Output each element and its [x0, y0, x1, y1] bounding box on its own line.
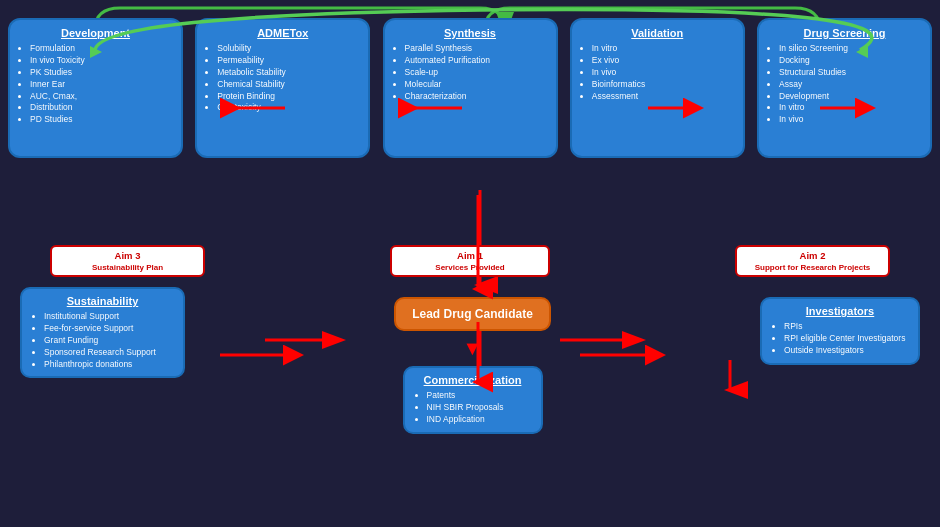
val-item-3: In vivo [592, 67, 735, 79]
sust-item-4: Sponsored Research Support [44, 347, 173, 359]
ds-item-6: In vitro [779, 102, 922, 114]
sustainability-title: Sustainability [32, 295, 173, 307]
synthesis-box: Synthesis Parallel Synthesis Automated P… [383, 18, 558, 158]
sust-item-3: Grant Funding [44, 335, 173, 347]
drug-screening-list: In silico Screening Docking Structural S… [767, 43, 922, 126]
aim1-label: Aim 1 Services Provided [390, 245, 550, 277]
center-column: Lead Drug Candidate ▼ Commercialization … [394, 297, 551, 434]
validation-list: In vitro Ex vivo In vivo Bioinformatics … [580, 43, 735, 102]
val-item-5: Assessment [592, 91, 735, 103]
sust-item-2: Fee-for-service Support [44, 323, 173, 335]
aim-labels-row: Aim 3 Sustainability Plan Aim 1 Services… [0, 245, 940, 281]
aim3-text: Aim 3 [115, 250, 141, 261]
drug-screening-box: Drug Screening In silico Screening Docki… [757, 18, 932, 158]
val-item-4: Bioinformatics [592, 79, 735, 91]
ds-item-4: Assay [779, 79, 922, 91]
lead-drug-box: Lead Drug Candidate [394, 297, 551, 331]
aim1-text: Aim 1 [457, 250, 483, 261]
val-item-2: Ex vivo [592, 55, 735, 67]
synth-item-1: Parallel Synthesis [405, 43, 548, 55]
inner-content: Development Formulation In vivo Toxicity… [0, 0, 940, 527]
ds-item-1: In silico Screening [779, 43, 922, 55]
admetox-box: ADMETox Solubility Permeability Metaboli… [195, 18, 370, 158]
synthesis-title: Synthesis [393, 27, 548, 39]
admetox-item-2: Permeability [217, 55, 360, 67]
aim1-subtitle: Services Provided [435, 263, 504, 272]
bottom-section: Aim 3 Sustainability Plan Aim 1 Services… [0, 245, 940, 527]
val-item-1: In vitro [592, 43, 735, 55]
admetox-item-3: Metabolic Stability [217, 67, 360, 79]
aim2-text: Aim 2 [800, 250, 826, 261]
commercialization-title: Commercialization [415, 374, 531, 386]
validation-box: Validation In vitro Ex vivo In vivo Bioi… [570, 18, 745, 158]
synth-item-3: Scale-up [405, 67, 548, 79]
dev-item-6: Distribution [30, 102, 173, 114]
dev-item-1: Formulation [30, 43, 173, 55]
investigators-title: Investigators [772, 305, 908, 317]
validation-title: Validation [580, 27, 735, 39]
diagram-container: Development Formulation In vivo Toxicity… [0, 0, 940, 527]
admetox-title: ADMETox [205, 27, 360, 39]
aim2-label: Aim 2 Support for Research Projects [735, 245, 890, 277]
inv-item-2: RPI eligible Center Investigators [784, 333, 908, 345]
development-list: Formulation In vivo Toxicity PK Studies … [18, 43, 173, 126]
synth-item-2: Automated Purification [405, 55, 548, 67]
admetox-list: Solubility Permeability Metabolic Stabil… [205, 43, 360, 114]
comm-item-2: NIH SBIR Proposals [427, 402, 531, 414]
sust-item-1: Institutional Support [44, 311, 173, 323]
lead-drug-text: Lead Drug Candidate [412, 307, 533, 321]
inv-item-3: Outside Investigators [784, 345, 908, 357]
synthesis-list: Parallel Synthesis Automated Purificatio… [393, 43, 548, 102]
admetox-item-5: Protein Binding [217, 91, 360, 103]
dev-item-7: PD Studies [30, 114, 173, 126]
admetox-item-6: Cytotoxicity [217, 102, 360, 114]
sustainability-box: Sustainability Institutional Support Fee… [20, 287, 185, 378]
ds-item-7: In vivo [779, 114, 922, 126]
commercialization-box: Commercialization Patents NIH SBIR Propo… [403, 366, 543, 434]
dev-item-4: Inner Ear [30, 79, 173, 91]
aim3-subtitle: Sustainability Plan [92, 263, 163, 272]
drug-screening-title: Drug Screening [767, 27, 922, 39]
development-box: Development Formulation In vivo Toxicity… [8, 18, 183, 158]
ds-item-2: Docking [779, 55, 922, 67]
investigators-box: Investigators RPIs RPI eligible Center I… [760, 297, 920, 365]
sust-item-5: Philanthropic donations [44, 359, 173, 371]
dev-item-2: In vivo Toxicity [30, 55, 173, 67]
aim3-label: Aim 3 Sustainability Plan [50, 245, 205, 277]
admetox-item-4: Chemical Stability [217, 79, 360, 91]
inv-item-1: RPIs [784, 321, 908, 333]
admetox-item-1: Solubility [217, 43, 360, 55]
ds-item-3: Structural Studies [779, 67, 922, 79]
aim2-subtitle: Support for Research Projects [755, 263, 871, 272]
down-arrow-lead: ▼ [463, 337, 483, 360]
comm-item-3: IND Application [427, 414, 531, 426]
ds-item-5: Development [779, 91, 922, 103]
aim2-container: Aim 2 Support for Research Projects [735, 245, 890, 281]
bottom-boxes-row: Sustainability Institutional Support Fee… [0, 287, 940, 434]
dev-item-3: PK Studies [30, 67, 173, 79]
investigators-list: RPIs RPI eligible Center Investigators O… [772, 321, 908, 357]
sustainability-list: Institutional Support Fee-for-service Su… [32, 311, 173, 370]
synth-item-5: Characterization [405, 91, 548, 103]
commercialization-list: Patents NIH SBIR Proposals IND Applicati… [415, 390, 531, 426]
dev-item-5: AUC, Cmax, [30, 91, 173, 103]
aim1-container: Aim 1 Services Provided [390, 245, 550, 281]
synth-item-4: Molecular [405, 79, 548, 91]
aim3-container: Aim 3 Sustainability Plan [50, 245, 205, 281]
development-title: Development [18, 27, 173, 39]
top-row: Development Formulation In vivo Toxicity… [0, 0, 940, 158]
comm-item-1: Patents [427, 390, 531, 402]
